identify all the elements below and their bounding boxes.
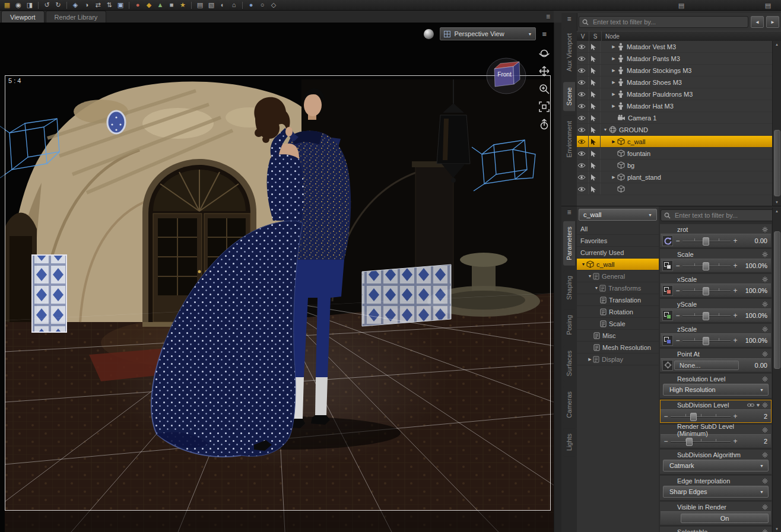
scene-node-matador-vest-m3[interactable]: ▶Matador Vest M3 <box>577 41 773 53</box>
scroll-down-icon[interactable]: ▼ <box>773 525 781 532</box>
visibility-toggle[interactable] <box>577 171 589 183</box>
slider-track[interactable] <box>682 261 731 270</box>
visibility-toggle[interactable] <box>577 124 589 135</box>
params-filter-input[interactable] <box>674 211 776 219</box>
slider-handle[interactable] <box>703 312 709 320</box>
expand-arrow-icon[interactable]: ▶ <box>610 68 617 73</box>
gear-icon[interactable] <box>762 504 768 510</box>
param-group-misc[interactable]: Misc <box>577 330 659 342</box>
gear-icon[interactable] <box>762 276 768 282</box>
selectable-toggle[interactable] <box>589 41 601 52</box>
posing-tool-icon[interactable]: ◐ <box>218 1 227 9</box>
gear-icon[interactable] <box>762 301 768 307</box>
new-scene-icon[interactable]: ▦ <box>2 1 12 9</box>
aim-home-tool-icon[interactable] <box>538 119 550 130</box>
scene-node-fountain[interactable]: fountain <box>577 148 773 160</box>
scroll-thumb[interactable] <box>774 231 780 369</box>
scene-search-box[interactable] <box>579 16 748 28</box>
visibility-toggle[interactable] <box>577 112 589 123</box>
expand-arrow-icon[interactable]: ▼ <box>602 128 609 132</box>
expand-arrow-icon[interactable]: ▶ <box>610 80 617 85</box>
next-match-button[interactable]: ► <box>766 16 779 28</box>
pane-tab-scene[interactable]: Scene <box>563 82 575 111</box>
visibility-toggle[interactable] <box>577 41 589 52</box>
selectable-toggle[interactable] <box>589 65 601 76</box>
frame-tool-icon[interactable] <box>538 101 550 113</box>
gear-icon[interactable] <box>762 227 768 232</box>
increment-button[interactable]: + <box>732 437 739 445</box>
undo-icon[interactable]: ↺ <box>42 1 52 9</box>
param-dropdown[interactable]: Catmark▼ <box>663 460 769 472</box>
param-group-display[interactable]: ▶Display <box>577 353 659 365</box>
expand-arrow-icon[interactable]: ▼ <box>580 262 586 266</box>
point-at-field[interactable]: None... <box>674 361 739 370</box>
scene-node-partial[interactable] <box>577 183 773 195</box>
slider-track[interactable] <box>682 236 731 246</box>
scene-filter-input[interactable] <box>592 18 745 26</box>
increment-button[interactable]: + <box>732 412 739 420</box>
selectable-toggle[interactable] <box>589 160 601 171</box>
create-primitive-icon[interactable]: ◇ <box>269 1 278 9</box>
visibility-toggle[interactable] <box>577 77 589 88</box>
gear-icon[interactable] <box>762 452 768 458</box>
decrement-button[interactable]: − <box>662 437 669 445</box>
pane-menu-icon[interactable]: ≡ <box>546 12 550 21</box>
param-group-rotation[interactable]: Rotation <box>577 306 659 318</box>
scroll-down-icon[interactable]: ▼ <box>773 199 781 206</box>
expand-arrow-icon[interactable]: ▶ <box>610 92 617 97</box>
toggle-button[interactable]: On <box>681 514 769 523</box>
slider-track[interactable] <box>682 311 731 320</box>
universal-tool-icon[interactable]: ▣ <box>116 1 125 9</box>
selectable-toggle[interactable] <box>589 183 601 195</box>
selectable-toggle[interactable] <box>589 53 601 64</box>
slider-track[interactable] <box>682 286 731 295</box>
pan-tool-icon[interactable] <box>538 65 550 77</box>
decrement-button[interactable]: − <box>674 286 681 295</box>
redo-icon[interactable]: ↻ <box>53 1 63 9</box>
bookmark-icon[interactable]: ★ <box>178 1 188 9</box>
param-dropdown[interactable]: High Resolution▼ <box>663 384 769 396</box>
pane-tab-cameras[interactable]: Cameras <box>563 386 575 423</box>
visibility-toggle[interactable] <box>577 65 589 76</box>
slider-handle[interactable] <box>703 287 709 295</box>
link-icon[interactable] <box>747 403 754 407</box>
create-light-icon[interactable]: ● <box>246 1 256 9</box>
slider-handle[interactable] <box>703 237 709 246</box>
selectable-toggle[interactable] <box>589 136 601 147</box>
scene-node-matador-hat-m3[interactable]: ▶Matador Hat M3 <box>577 100 773 112</box>
param-group-favorites[interactable]: Favorites <box>577 235 659 247</box>
pane-tab-parameters[interactable]: Parameters <box>563 221 575 266</box>
visibility-toggle[interactable] <box>577 136 589 147</box>
viewport-3d[interactable]: 5 : 4 Perspective View ▼ ≡ <box>0 23 554 532</box>
tab-viewport[interactable]: Viewport <box>1 11 45 23</box>
gear-icon[interactable] <box>762 351 768 357</box>
rotate-tool-icon[interactable]: ◑ <box>82 1 91 9</box>
selectable-toggle[interactable] <box>589 148 601 159</box>
prev-match-button[interactable]: ◄ <box>751 16 764 28</box>
selectable-toggle[interactable] <box>589 124 601 135</box>
gear-icon[interactable] <box>762 326 768 332</box>
scene-node-matador-pants-m3[interactable]: ▶Matador Pants M3 <box>577 53 773 65</box>
increment-button[interactable]: + <box>732 262 739 270</box>
expand-arrow-icon[interactable]: ▶ <box>587 357 593 362</box>
view-selector-dropdown[interactable]: Perspective View ▼ <box>440 27 536 40</box>
gear-icon[interactable] <box>762 376 768 382</box>
pane-options-icon[interactable]: ≡ <box>567 15 571 23</box>
param-group-mesh-resolution[interactable]: Mesh Resolution <box>577 342 659 353</box>
param-group-currently-used[interactable]: Currently Used <box>577 247 659 259</box>
param-dropdown[interactable]: Sharp Edges▼ <box>663 486 769 498</box>
params-scrollbar[interactable]: ▲ ▼ <box>772 208 781 532</box>
scene-scrollbar[interactable]: ▲ ▼ <box>772 41 781 206</box>
param-group-scale[interactable]: Scale <box>577 318 659 330</box>
expand-arrow-icon[interactable]: ▶ <box>610 44 617 49</box>
3d-scene[interactable] <box>0 23 554 532</box>
gear-icon[interactable] <box>762 402 768 408</box>
orbit-tool-icon[interactable] <box>538 47 550 59</box>
scroll-up-icon[interactable]: ▲ <box>773 208 781 215</box>
zoom-tool-icon[interactable] <box>538 83 550 95</box>
viewport-options-icon[interactable]: ≡ <box>542 30 547 39</box>
spot-render-icon[interactable]: ● <box>133 1 142 9</box>
pane-tab-shaping[interactable]: Shaping <box>563 270 575 305</box>
expand-arrow-icon[interactable]: ▶ <box>610 175 617 180</box>
dock-pane-icon[interactable]: ▤ <box>677 1 686 9</box>
